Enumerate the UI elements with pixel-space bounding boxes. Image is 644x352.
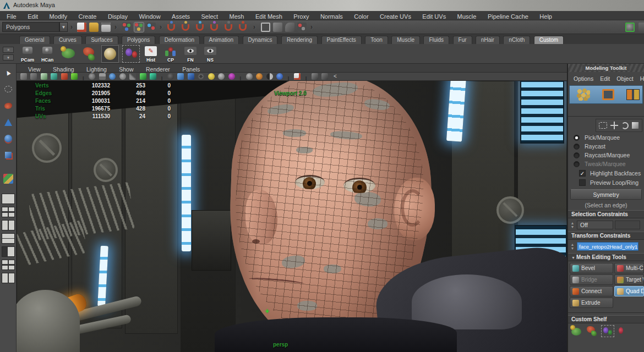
layout-four-pane-button[interactable] — [2, 207, 15, 217]
shelf-tab-general[interactable]: General — [19, 36, 50, 44]
snap-to-view-plane-icon[interactable] — [225, 24, 232, 31]
wireframe-icon[interactable] — [89, 73, 95, 80]
image-plane-icon[interactable] — [61, 73, 68, 80]
isolate-select-icon[interactable] — [167, 73, 174, 80]
edge-mode-icon[interactable] — [602, 89, 614, 100]
snap-to-curve-icon[interactable] — [182, 24, 189, 31]
menu-create-uvs[interactable]: Create UVs — [375, 12, 416, 20]
menu-select[interactable]: Select — [197, 12, 223, 20]
shelf-popup-button[interactable]: ▾ — [3, 54, 14, 61]
menu-set-selector-arrow[interactable]: ▼ — [59, 22, 68, 32]
bevel-button[interactable]: Bevel — [570, 263, 613, 273]
menu-muscle[interactable]: Muscle — [453, 12, 481, 20]
select-tool-button[interactable]: ▲ — [1, 66, 15, 80]
shelf-tab-curves[interactable]: Curves — [53, 36, 82, 44]
shelf-item-hand-tool[interactable] — [59, 45, 77, 63]
vp-menu-lighting[interactable]: Lighting — [81, 65, 112, 73]
gamma-icon[interactable] — [276, 73, 283, 80]
light-icon[interactable] — [208, 73, 215, 80]
checkbox-highlight-backfaces[interactable]: ✓ Highlight Backfaces — [568, 168, 644, 178]
film-gate-icon[interactable] — [198, 73, 204, 80]
menu-set-selector[interactable]: Polygons — [2, 22, 59, 32]
shelf-tab-painteffects[interactable]: PaintEffects — [321, 36, 362, 44]
shelf-tab-muscle[interactable]: Muscle — [391, 36, 420, 44]
status-separator[interactable]: › — [253, 23, 255, 31]
rotate-icon[interactable] — [621, 122, 629, 129]
shelf-options-button[interactable]: ≡ — [3, 47, 14, 53]
snap-to-projected-center-icon[interactable] — [210, 24, 218, 31]
menu-help[interactable]: Help — [535, 12, 556, 20]
checkbox-preview-loop-ring[interactable]: Preview Loop/Ring — [568, 178, 644, 187]
menu-window[interactable]: Window — [134, 12, 165, 20]
default-material-icon[interactable] — [119, 73, 126, 80]
save-scene-button[interactable] — [101, 23, 111, 32]
shelf-tab-ncloth[interactable]: nCloth — [503, 36, 530, 44]
status-separator[interactable]: › — [114, 23, 117, 31]
status-separator[interactable]: › — [160, 23, 162, 31]
radio-raycast-marquee[interactable]: Raycast/Marquee — [568, 151, 644, 160]
menu-color[interactable]: Color — [350, 12, 373, 20]
open-scene-button[interactable] — [89, 23, 99, 32]
move-tool-button[interactable] — [1, 116, 15, 130]
select-component-icon[interactable] — [146, 23, 156, 32]
last-tool-button[interactable] — [1, 172, 15, 186]
shaded-mode-icon[interactable] — [99, 73, 106, 80]
menu-proxy[interactable]: Proxy — [289, 12, 313, 20]
scale-tool-button[interactable] — [1, 148, 15, 163]
collapse-chevron-icon[interactable]: ▲▼ — [570, 221, 575, 229]
toolkit-menu-help[interactable]: Help — [637, 75, 644, 82]
make-live-icon[interactable] — [239, 24, 247, 31]
shelf-item-fn[interactable]: FN — [182, 45, 199, 63]
shelf-tab-fluids[interactable]: Fluids — [423, 36, 449, 44]
radio-raycast[interactable]: Raycast — [568, 142, 644, 151]
vp-menu-shading[interactable]: Shading — [48, 65, 79, 73]
layout-outliner-persp-button[interactable] — [2, 260, 15, 270]
shelf-tab-surfaces[interactable]: Surfaces — [85, 36, 118, 44]
selection-constraint-value-box[interactable] — [615, 221, 640, 229]
scene-3d[interactable]: Verts 102332 253 0 Edges 201905 468 0 Fa… — [17, 81, 567, 352]
shelf-paint-selection-button[interactable] — [601, 325, 614, 337]
bookmark-icon[interactable] — [51, 73, 57, 80]
radio-pick-marquee[interactable]: Pick/Marquee — [568, 133, 644, 142]
vp-menu-panels[interactable]: Panels — [177, 65, 205, 73]
vp-menu-view[interactable]: View — [23, 65, 46, 73]
vp-menu-renderer[interactable]: Renderer — [141, 65, 175, 73]
snap-to-point-icon[interactable] — [196, 24, 204, 31]
hud-toggle-icon[interactable] — [321, 73, 328, 80]
xray-icon[interactable] — [177, 73, 184, 80]
snap-to-grid-icon[interactable] — [167, 24, 175, 31]
status-separator[interactable]: › — [310, 23, 313, 31]
toolkit-menu-edit[interactable]: Edit — [597, 75, 613, 82]
shelf-item-ns[interactable]: NS — [201, 45, 219, 63]
menu-edit-uvs[interactable]: Edit UVs — [418, 12, 450, 20]
default-light-icon[interactable] — [218, 73, 225, 80]
shelf-tab-animation[interactable]: Animation — [204, 36, 239, 44]
paint-select-tool-button[interactable] — [1, 99, 15, 113]
ao-ball-icon[interactable] — [256, 73, 263, 80]
layout-hypershade-persp-button[interactable] — [2, 273, 15, 283]
toolkit-menu-object[interactable]: Object — [613, 75, 636, 82]
face-mode-icon[interactable] — [626, 89, 640, 100]
layout-single-pane-button[interactable] — [2, 194, 15, 204]
collapse-chevron-icon[interactable]: ▲▼ — [570, 243, 575, 250]
shelf-tab-rendering[interactable]: Rendering — [281, 36, 318, 44]
shelf-tab-nhair[interactable]: nHair — [476, 36, 500, 44]
layout-two-pane-side-button[interactable] — [2, 220, 15, 230]
lock-camera-icon[interactable] — [30, 73, 37, 80]
shelf-tab-fur[interactable]: Fur — [453, 36, 472, 44]
all-lights-icon[interactable] — [228, 73, 235, 80]
move-icon[interactable] — [610, 122, 618, 129]
shelf-tab-deformation[interactable]: Deformation — [159, 36, 200, 44]
selection-constraint-dropdown[interactable]: Off — [577, 221, 613, 229]
menu-edit[interactable]: Edit — [23, 12, 42, 20]
toolkit-menu-options[interactable]: Options — [570, 75, 597, 82]
screen-space-ao-icon[interactable] — [140, 73, 146, 80]
share-icon[interactable]: < — [332, 73, 339, 80]
menu-assets[interactable]: Assets — [167, 12, 194, 20]
scale-icon[interactable] — [632, 122, 638, 129]
menu-normals[interactable]: Normals — [316, 12, 347, 20]
viewport-panel[interactable]: View Shading Lighting Show Renderer Pane… — [17, 64, 567, 352]
shelf-tab-dynamics[interactable]: Dynamics — [243, 36, 278, 44]
2d-pan-zoom-icon[interactable] — [71, 73, 78, 80]
mesh-editing-tools-header[interactable]: ▼ Mesh Editing Tools — [568, 253, 644, 261]
